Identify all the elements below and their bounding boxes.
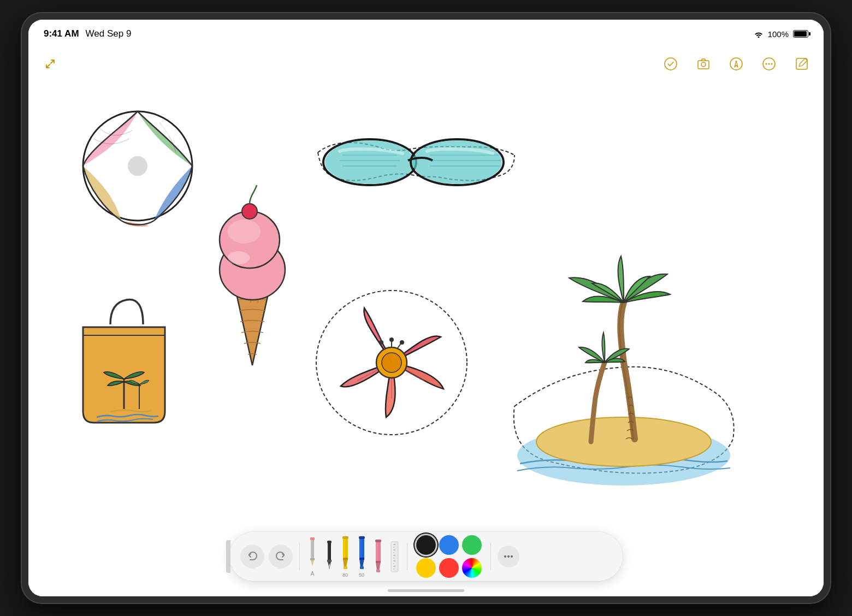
svg-rect-57	[392, 542, 394, 572]
svg-point-69	[507, 555, 510, 558]
more-button[interactable]	[760, 55, 778, 73]
ice-cream-drawing	[220, 185, 285, 365]
svg-rect-34	[311, 539, 312, 560]
status-bar: 9:41 AM Wed Sep 9 100%	[28, 20, 824, 48]
svg-rect-44	[343, 558, 348, 560]
yellow-marker-label: 80	[342, 572, 348, 578]
toolbar-top	[28, 50, 824, 78]
color-swatch-red[interactable]	[439, 558, 459, 578]
more-options-button[interactable]	[498, 546, 519, 567]
svg-rect-55	[376, 570, 380, 572]
battery-percent: 100%	[768, 29, 789, 39]
color-swatch-rainbow[interactable]	[462, 558, 482, 578]
edit-icon	[795, 57, 809, 71]
svg-rect-35	[310, 537, 315, 540]
color-swatch-blue[interactable]	[439, 535, 459, 555]
tote-bag-drawing	[83, 300, 165, 423]
yellow-marker-tool[interactable]: 80	[339, 536, 351, 578]
navigate-icon	[729, 57, 743, 71]
camera-button[interactable]	[695, 55, 712, 73]
svg-point-70	[511, 555, 513, 558]
svg-point-19	[228, 251, 250, 264]
svg-point-14	[412, 140, 502, 184]
status-right: 100%	[754, 29, 808, 39]
hibiscus-drawing	[316, 291, 467, 435]
pencil-tool[interactable]: A	[306, 536, 318, 577]
pencil-tool-icon	[306, 536, 318, 569]
redo-button[interactable]	[269, 544, 293, 568]
svg-rect-52	[376, 541, 378, 562]
svg-rect-39	[327, 541, 332, 543]
toolbar-right	[662, 55, 810, 73]
svg-point-5	[766, 63, 767, 65]
toolbar-separator-2	[407, 543, 407, 570]
svg-line-27	[397, 343, 401, 349]
undo-button[interactable]	[240, 544, 264, 568]
drawing-toolbar: A	[229, 532, 623, 581]
svg-rect-38	[328, 542, 329, 561]
svg-point-68	[504, 555, 506, 558]
svg-rect-47	[360, 538, 362, 559]
svg-point-17	[228, 220, 261, 244]
pencil-label: A	[311, 571, 315, 577]
status-left: 9:41 AM Wed Sep 9	[44, 28, 131, 39]
blue-marker-label: 50	[359, 572, 364, 578]
wifi-icon	[754, 30, 764, 38]
blue-marker-icon	[356, 536, 368, 571]
collapse-button[interactable]	[42, 55, 59, 73]
navigate-button[interactable]	[727, 55, 745, 73]
ruler-tool[interactable]	[388, 539, 400, 574]
drawings-canvas	[28, 20, 824, 596]
svg-point-32	[536, 417, 711, 466]
home-indicator	[388, 589, 464, 592]
blue-marker-tool[interactable]: 50	[356, 536, 368, 578]
color-swatch-green[interactable]	[462, 535, 482, 555]
toolbar-side-indicator	[226, 540, 230, 573]
svg-rect-40	[327, 560, 332, 562]
svg-point-2	[701, 62, 706, 67]
svg-rect-43	[342, 536, 348, 539]
svg-point-6	[768, 63, 770, 65]
checkmark-icon	[664, 57, 678, 71]
svg-rect-42	[344, 538, 345, 559]
canvas-area[interactable]	[28, 20, 824, 596]
ipad-frame: 9:41 AM Wed Sep 9 100%	[22, 13, 830, 603]
svg-point-26	[389, 337, 394, 342]
fountain-pen-icon	[323, 540, 335, 573]
svg-point-18	[242, 204, 257, 219]
pink-marker-tool[interactable]	[372, 539, 384, 574]
undo-icon	[247, 551, 258, 562]
edit-button[interactable]	[793, 55, 810, 73]
color-swatch-yellow[interactable]	[416, 558, 436, 578]
svg-rect-48	[359, 536, 365, 539]
fountain-pen-tool[interactable]	[323, 540, 335, 573]
battery-fill	[794, 31, 807, 37]
status-time: 9:41 AM	[44, 28, 79, 39]
more-dots-icon	[503, 551, 514, 562]
svg-rect-53	[375, 540, 381, 542]
island-drawing	[514, 256, 734, 485]
svg-point-10	[128, 156, 147, 176]
collapse-icon	[44, 57, 57, 70]
svg-rect-54	[376, 561, 381, 563]
svg-rect-50	[360, 566, 364, 569]
toolbar-separator-1	[299, 543, 300, 570]
svg-point-12	[325, 140, 415, 184]
redo-icon	[275, 551, 286, 562]
svg-rect-36	[310, 558, 315, 560]
svg-point-0	[665, 58, 677, 70]
svg-rect-8	[796, 58, 807, 69]
color-swatch-black[interactable]	[416, 535, 436, 555]
more-icon	[762, 57, 776, 71]
status-date: Wed Sep 9	[86, 28, 132, 39]
camera-icon	[696, 57, 711, 71]
beach-ball-drawing	[83, 111, 192, 227]
yellow-marker-icon	[339, 536, 351, 571]
checkmark-button[interactable]	[662, 55, 679, 73]
svg-rect-45	[344, 566, 347, 569]
svg-rect-49	[359, 558, 364, 560]
pink-marker-icon	[372, 539, 384, 574]
ipad-screen: 9:41 AM Wed Sep 9 100%	[28, 20, 824, 596]
toolbar-separator-3	[490, 543, 491, 570]
ruler-icon	[388, 539, 400, 574]
